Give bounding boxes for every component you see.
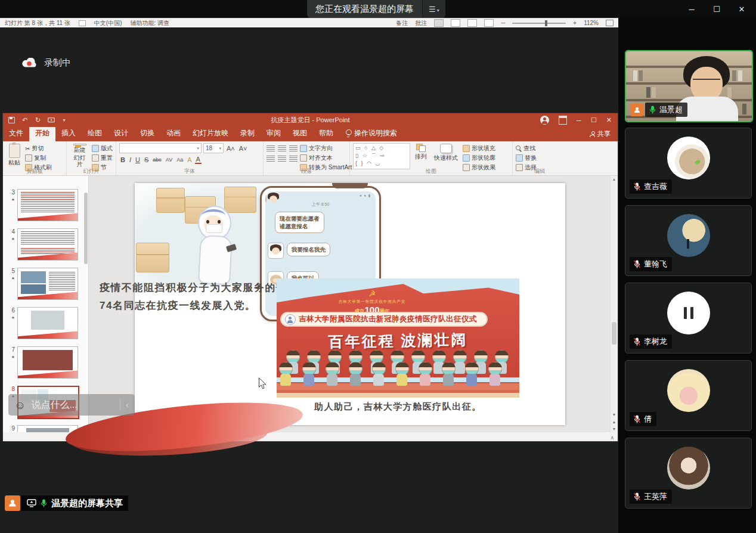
underline-button[interactable]: U: [134, 156, 141, 163]
zoom-level[interactable]: 112%: [584, 20, 599, 26]
text-direction-button[interactable]: 文字方向: [300, 144, 352, 153]
reset-button[interactable]: 重置: [92, 154, 113, 162]
quick-styles-button[interactable]: 快速样式: [432, 143, 460, 168]
tab-review[interactable]: 审阅: [261, 126, 287, 141]
shrink-font-button[interactable]: A˅: [238, 145, 249, 152]
tab-help[interactable]: 帮助: [313, 126, 339, 141]
ppt-minimize-button[interactable]: ─: [577, 117, 581, 124]
accessibility-status[interactable]: 辅助功能: 调查: [131, 19, 170, 27]
replace-button[interactable]: 替换: [516, 154, 537, 162]
text-spacing-button[interactable]: AV: [165, 157, 173, 163]
zoom-slider-thumb[interactable]: [545, 20, 547, 26]
participant-tile-zhajiwei[interactable]: 查吉薇: [625, 128, 752, 199]
previous-slide-button[interactable]: ▲: [612, 420, 616, 424]
tab-home[interactable]: 开始: [29, 126, 55, 141]
banner-menu-button[interactable]: ☰▾: [422, 0, 445, 18]
tab-draw[interactable]: 绘图: [82, 126, 108, 141]
slideshow-view-button[interactable]: [484, 19, 494, 27]
participant-tile-lishulong[interactable]: 李树龙: [625, 283, 752, 354]
thumbnail-slide-5[interactable]: 5★: [3, 268, 78, 300]
comments-button[interactable]: 批注: [415, 19, 427, 27]
share-button[interactable]: 共享: [583, 127, 618, 141]
tab-view[interactable]: 视图: [287, 126, 313, 141]
thumbnail-slide-6[interactable]: 6★: [3, 307, 78, 339]
fit-to-window-button[interactable]: [606, 20, 614, 26]
align-text-button[interactable]: 对齐文本: [300, 154, 352, 162]
bullets-icon[interactable]: [267, 145, 275, 152]
tab-file[interactable]: 文件: [3, 126, 29, 141]
font-size-combobox[interactable]: 18▾: [203, 143, 224, 153]
tab-design[interactable]: 设计: [108, 126, 134, 141]
save-icon[interactable]: [8, 116, 16, 124]
copy-button[interactable]: 复制: [25, 154, 52, 162]
normal-view-button[interactable]: [434, 19, 444, 27]
collapse-chat-icon[interactable]: ‹: [126, 400, 129, 410]
font-color-button[interactable]: A: [195, 156, 202, 164]
emoji-icon[interactable]: ☺: [14, 399, 26, 411]
slide-sorter-view-button[interactable]: [451, 19, 460, 27]
thumbnail-slide-9[interactable]: 9★: [3, 425, 78, 432]
shape-gallery[interactable]: ▭ ○ △ ◇▯ ☆ ⌒ ⇨{ } ◠ ◡: [353, 143, 410, 169]
highlight-color-button[interactable]: A: [186, 156, 193, 163]
change-case-button[interactable]: Aa: [175, 157, 184, 163]
canvas-scrollbar[interactable]: ▲ ▼▲▼: [610, 176, 618, 432]
zoom-slider[interactable]: [512, 23, 566, 24]
new-slide-button[interactable]: 新建幻灯片: [70, 143, 89, 168]
tab-slideshow[interactable]: 幻灯片放映: [187, 126, 234, 141]
participant-tile-wenjingchao[interactable]: 温景超: [625, 50, 753, 122]
zoom-out-button[interactable]: ─: [501, 20, 505, 26]
scrollbar-thumb[interactable]: [612, 322, 616, 345]
undo-icon[interactable]: ↶: [21, 116, 29, 124]
next-slide-button[interactable]: ▼: [612, 427, 616, 431]
chat-quick-input[interactable]: ☺ 说点什么... ‹: [8, 394, 135, 416]
minimize-button[interactable]: ─: [683, 2, 700, 16]
strikethrough-button[interactable]: S: [143, 156, 150, 163]
align-center-icon[interactable]: [278, 156, 286, 162]
font-name-combobox[interactable]: ▾: [119, 143, 202, 153]
participant-tile-wangyingping[interactable]: 王英萍: [625, 438, 752, 509]
bold-button[interactable]: B: [119, 156, 126, 163]
participant-name: 李树龙: [644, 336, 667, 347]
ribbon-display-options-icon[interactable]: [559, 116, 567, 125]
indent-icon[interactable]: [289, 145, 298, 152]
maximize-button[interactable]: ☐: [708, 2, 725, 16]
language-status[interactable]: 中文(中国): [94, 19, 122, 27]
ppt-close-button[interactable]: ✕: [606, 116, 612, 124]
ppt-restore-button[interactable]: ☐: [591, 116, 597, 124]
participant-tile-qian[interactable]: 倩: [625, 360, 752, 431]
redo-icon[interactable]: ↻: [34, 116, 42, 124]
shape-fill-button[interactable]: 形状填充: [463, 144, 495, 153]
thumbnail-slide-3[interactable]: 3★: [3, 189, 78, 221]
thumbnail-scrollbar[interactable]: [84, 193, 88, 264]
collapse-ribbon-icon[interactable]: ∧: [610, 435, 614, 441]
thumbnail-slide-4[interactable]: 4★: [3, 228, 78, 261]
tell-me-search[interactable]: 操作说明搜索: [339, 126, 403, 141]
cut-button[interactable]: ✂剪切: [25, 144, 52, 153]
tab-transitions[interactable]: 切换: [134, 126, 160, 141]
arrange-button[interactable]: 排列: [413, 143, 429, 168]
align-left-icon[interactable]: [267, 156, 275, 162]
participant-tile-donghanfei[interactable]: 董翰飞: [625, 205, 752, 276]
qat-more-icon[interactable]: ▾: [60, 116, 68, 124]
chat-placeholder[interactable]: 说点什么...: [31, 399, 114, 411]
columns-icon[interactable]: [289, 156, 298, 162]
notes-button[interactable]: 备注: [396, 19, 408, 27]
start-slideshow-icon[interactable]: [47, 116, 55, 124]
grow-font-button[interactable]: A˄: [225, 145, 236, 152]
tab-animations[interactable]: 动画: [160, 126, 187, 141]
italic-button[interactable]: I: [128, 156, 132, 163]
shape-outline-button[interactable]: 形状轮廓: [463, 154, 495, 162]
zoom-in-button[interactable]: +: [573, 20, 577, 26]
girl-avatar-icon: [265, 191, 267, 202]
reading-view-button[interactable]: [467, 19, 477, 27]
tab-record[interactable]: 录制: [234, 126, 261, 141]
close-button[interactable]: ✕: [733, 2, 750, 16]
find-button[interactable]: 查找: [516, 144, 537, 153]
char-spacing-button[interactable]: abc: [151, 157, 163, 163]
account-icon[interactable]: [540, 116, 549, 125]
numbering-icon[interactable]: [278, 145, 286, 152]
paste-button[interactable]: 粘贴: [6, 143, 23, 168]
tab-insert[interactable]: 插入: [55, 126, 82, 141]
thumbnail-slide-7[interactable]: 7★: [3, 346, 78, 379]
layout-button[interactable]: 版式: [92, 144, 113, 153]
